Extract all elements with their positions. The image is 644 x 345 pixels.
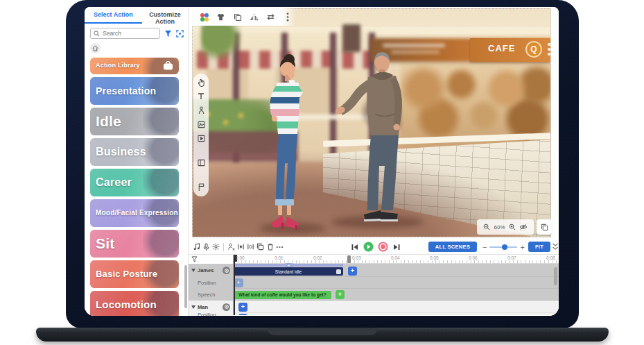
more-icon[interactable]	[282, 12, 293, 22]
laptop-base	[36, 328, 609, 342]
laptop-notch	[267, 328, 378, 335]
timeline-tracks: 0:000:010:020:030:040:050:060:070:08 + S…	[234, 255, 559, 315]
filter-icon[interactable]	[164, 30, 172, 37]
more-tools-icon[interactable]	[276, 242, 284, 252]
track-name-speech[interactable]: Speech	[189, 289, 233, 301]
ruler-label: 0:03	[352, 255, 361, 260]
collapse-timeline-icon[interactable]	[552, 242, 559, 251]
layout-tool-icon[interactable]	[198, 159, 205, 167]
action-category-career[interactable]: Career	[90, 169, 179, 196]
ruler-label: 0:01	[275, 255, 284, 260]
eye-off-icon[interactable]	[519, 224, 528, 230]
clip-speech[interactable]: What kind of coffe would you like to get…	[234, 291, 331, 299]
home-button[interactable]	[90, 43, 101, 53]
track-filter-icon[interactable]	[191, 256, 198, 262]
track-row-speech[interactable]: What kind of coffe would you like to get…	[234, 289, 559, 301]
track-name-position[interactable]: Position	[189, 277, 233, 289]
character-man[interactable]	[332, 48, 420, 226]
character-style-icon[interactable]	[199, 12, 209, 22]
action-category-basic-posture[interactable]: Basic Posture	[90, 260, 179, 288]
slider-minus-icon[interactable]: −	[482, 243, 487, 251]
timeline-zoom-slider: − +	[482, 242, 525, 252]
zoom-in-icon[interactable]	[509, 224, 516, 230]
track-row-james[interactable]: + Standard idle +	[234, 264, 559, 277]
keyframe-next-icon[interactable]	[247, 242, 254, 252]
hand-tool-icon[interactable]	[198, 78, 205, 87]
effect-icon[interactable]	[212, 242, 220, 252]
track-row-position-2[interactable]: +	[234, 313, 559, 315]
character-tool-icon[interactable]	[198, 106, 205, 115]
timeline-ruler[interactable]: 0:000:010:020:030:040:050:060:070:08	[234, 255, 559, 264]
add-action-button-man[interactable]: +	[238, 303, 247, 312]
track-name-man[interactable]: Man	[189, 301, 233, 313]
media-tool-icon[interactable]	[198, 135, 205, 142]
track-name-position-2[interactable]: Position	[189, 313, 233, 316]
zoom-out-icon[interactable]	[483, 224, 490, 230]
skip-start-icon[interactable]	[351, 243, 359, 251]
character-james[interactable]	[256, 52, 320, 231]
track-row-man[interactable]: +	[234, 301, 559, 313]
all-scenes-button[interactable]: ALL SCENES	[428, 242, 477, 252]
action-category-action-library[interactable]: Action Library	[90, 58, 179, 74]
remove-character-icon[interactable]	[227, 242, 235, 252]
slider-handle[interactable]	[502, 244, 507, 250]
marker-tool-icon[interactable]	[198, 183, 204, 192]
audio-icon[interactable]	[193, 242, 200, 252]
cafe-sign-text: CAFE	[488, 43, 515, 53]
fit-button[interactable]: FIT	[528, 242, 550, 252]
tab-customize-action[interactable]: Customize Action	[142, 7, 188, 24]
copy-icon[interactable]	[232, 12, 243, 22]
library-bag-icon	[163, 61, 173, 70]
ruler-label: 0:06	[469, 255, 478, 260]
clip-standard-idle[interactable]: Standard idle	[234, 267, 343, 276]
category-label: Career	[90, 177, 132, 188]
add-position-key-button-man[interactable]: +	[238, 314, 247, 315]
action-category-idle[interactable]: Idle	[90, 108, 179, 135]
panel-scrollbar[interactable]	[184, 265, 187, 308]
category-label: Action Library	[90, 62, 140, 69]
category-label: Business	[90, 146, 146, 158]
category-label: Presentation	[90, 86, 156, 96]
transport-controls	[351, 242, 401, 252]
scene-end-marker[interactable]	[347, 255, 351, 263]
mirror-icon[interactable]	[249, 12, 259, 22]
clip-handle-icon[interactable]	[336, 269, 341, 274]
search-box[interactable]	[90, 28, 160, 39]
skip-end-icon[interactable]	[392, 243, 401, 251]
slider-track[interactable]	[489, 246, 517, 248]
scene-plant	[201, 20, 241, 60]
outfit-icon[interactable]	[216, 12, 226, 22]
fullscreen-icon[interactable]	[176, 30, 184, 37]
category-thumbnail	[143, 230, 179, 258]
slider-plus-icon[interactable]: +	[520, 243, 524, 251]
track-name-james[interactable]: James	[189, 264, 233, 277]
duplicate-view-button[interactable]	[537, 219, 552, 235]
tracks-scrollbar[interactable]	[554, 267, 557, 285]
category-label: Basic Posture	[90, 269, 157, 278]
action-category-sit[interactable]: Sit	[90, 230, 179, 258]
focus-character-button[interactable]	[223, 303, 230, 311]
image-tool-icon[interactable]	[198, 121, 205, 128]
microphone-icon[interactable]	[202, 242, 210, 252]
search-input[interactable]	[103, 30, 151, 37]
play-button[interactable]	[363, 242, 374, 252]
delete-icon[interactable]	[266, 242, 274, 252]
action-category-business[interactable]: Business	[90, 138, 179, 166]
add-speech-button[interactable]: +	[336, 290, 345, 299]
scene-canvas[interactable]: CAFE Q	[192, 8, 551, 237]
laptop-screen-bezel: Select Action Customize Action	[66, 0, 579, 328]
playhead[interactable]	[234, 255, 235, 315]
text-tool-icon[interactable]	[198, 93, 204, 100]
add-action-button[interactable]: +	[348, 267, 357, 276]
record-button[interactable]	[378, 242, 388, 252]
swap-icon[interactable]	[266, 12, 276, 22]
action-category-presentation[interactable]: Presentation	[90, 77, 179, 105]
action-category-mood-facial-expression[interactable]: Mood/Facial Expression	[90, 199, 179, 227]
tab-select-action[interactable]: Select Action	[85, 7, 142, 24]
focus-character-button[interactable]	[223, 267, 230, 274]
add-position-key-button[interactable]: +	[234, 278, 243, 287]
keyframe-prev-icon[interactable]	[237, 242, 245, 252]
track-row-position[interactable]: +	[234, 277, 559, 289]
copy-clip-icon[interactable]	[256, 242, 264, 252]
action-category-locomotion[interactable]: Locomotion	[90, 291, 179, 316]
